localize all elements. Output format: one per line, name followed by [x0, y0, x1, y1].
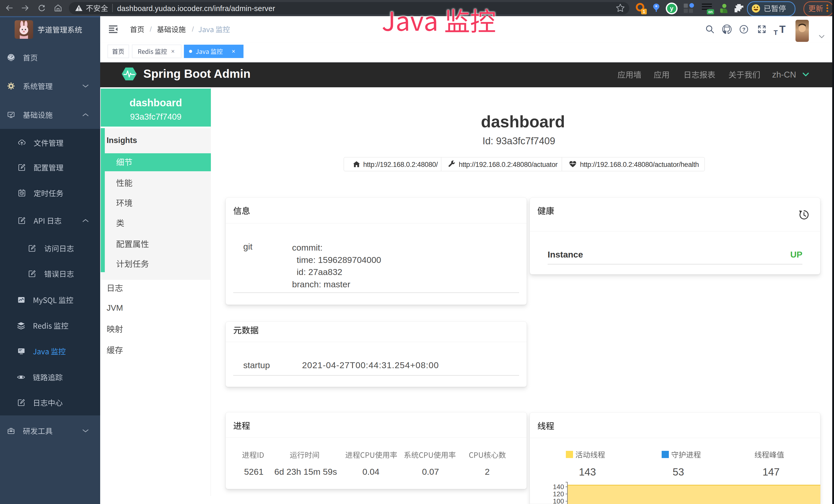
svg-text:1: 1	[643, 9, 645, 14]
svg-text:y: y	[670, 5, 674, 12]
svg-text:?: ?	[742, 27, 745, 32]
svg-text:on: on	[708, 10, 712, 14]
